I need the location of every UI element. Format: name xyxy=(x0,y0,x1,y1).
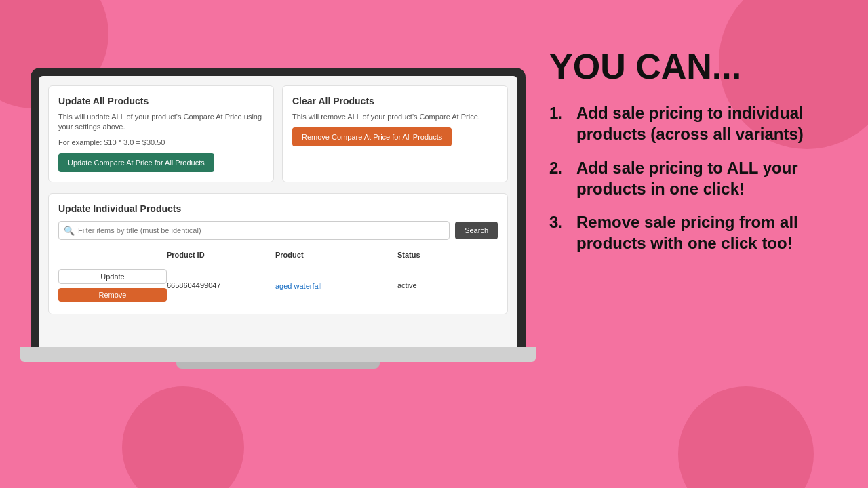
list-item-1: 1. Add sale pricing to individual produc… xyxy=(549,102,834,144)
search-input-wrap: 🔍 xyxy=(58,221,450,240)
col-header-product: Product xyxy=(275,251,397,259)
col-header-product-id: Product ID xyxy=(167,251,275,259)
search-button[interactable]: Search xyxy=(455,222,498,239)
clear-all-title: Clear All Products xyxy=(292,96,498,106)
top-panels: Update All Products This will update ALL… xyxy=(48,85,508,182)
individual-section: Update Individual Products 🔍 Search Prod… xyxy=(48,193,508,314)
product-status-cell: active xyxy=(397,281,465,289)
laptop-wrapper: Update All Products This will update ALL… xyxy=(20,68,536,369)
remove-row-button[interactable]: Remove xyxy=(58,288,167,302)
list-text-2: Add sale pricing to ALL your products in… xyxy=(576,157,834,199)
search-input[interactable] xyxy=(58,221,450,240)
update-all-panel: Update All Products This will update ALL… xyxy=(48,85,274,182)
update-all-example: For example: $10 * 3.0 = $30.50 xyxy=(58,138,264,146)
update-all-title: Update All Products xyxy=(58,96,264,106)
list-num-1: 1. xyxy=(549,102,571,123)
update-row-button[interactable]: Update xyxy=(58,269,167,284)
blob-bottom-left xyxy=(122,386,244,488)
list-item-2: 2. Add sale pricing to ALL your products… xyxy=(549,157,834,199)
search-row: 🔍 Search xyxy=(58,221,498,240)
table-row: Update Remove 6658604499047 aged waterfa… xyxy=(58,266,498,304)
right-heading: YOU CAN... xyxy=(549,47,834,86)
right-panel: YOU CAN... 1. Add sale pricing to indivi… xyxy=(536,0,868,488)
product-name-cell: aged waterfall xyxy=(275,279,397,291)
laptop-screen-inner: Update All Products This will update ALL… xyxy=(39,76,517,347)
list-item-3: 3. Remove sale pricing from all products… xyxy=(549,211,834,253)
update-all-button[interactable]: Update Compare At Price for All Products xyxy=(58,153,214,172)
clear-all-panel: Clear All Products This will remove ALL … xyxy=(282,85,508,182)
col-header-status: Status xyxy=(397,251,465,259)
list-num-2: 2. xyxy=(549,157,571,178)
laptop-foot xyxy=(176,362,380,369)
individual-title: Update Individual Products xyxy=(58,203,498,214)
update-all-desc: This will update ALL of your product's C… xyxy=(58,112,264,133)
list-text-3: Remove sale pricing from all products wi… xyxy=(576,211,834,253)
laptop-screen-outer: Update All Products This will update ALL… xyxy=(31,68,526,347)
clear-all-desc: This will remove ALL of your product's C… xyxy=(292,112,498,122)
feature-list: 1. Add sale pricing to individual produc… xyxy=(549,102,834,253)
search-icon: 🔍 xyxy=(64,225,75,235)
list-text-1: Add sale pricing to individual products … xyxy=(576,102,834,144)
product-id-cell: 6658604499047 xyxy=(167,281,275,289)
remove-compare-button[interactable]: Remove Compare At Price for All Products xyxy=(292,127,452,146)
col-header-actions xyxy=(58,251,167,259)
row-actions: Update Remove xyxy=(58,269,167,302)
list-num-3: 3. xyxy=(549,211,571,232)
product-link[interactable]: aged waterfall xyxy=(275,282,322,290)
table-header: Product ID Product Status xyxy=(58,248,498,262)
laptop-base xyxy=(20,347,536,362)
